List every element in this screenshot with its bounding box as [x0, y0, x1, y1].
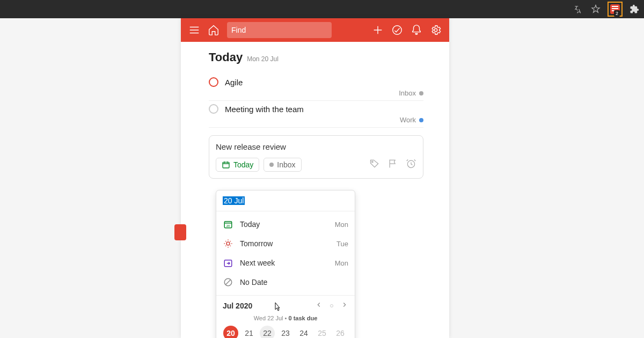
search-input[interactable]: Find	[227, 22, 332, 38]
calendar-next-icon[interactable]	[341, 301, 348, 311]
add-task-button[interactable]	[174, 224, 186, 240]
schedule-chip-label: Today	[233, 160, 253, 169]
task-row[interactable]: Agile Inbox	[209, 74, 423, 101]
calendar-hover-info: Wed 22 Jul • 0 task due	[216, 313, 355, 326]
reminder-icon[interactable]	[406, 158, 416, 171]
label-icon[interactable]	[369, 158, 380, 171]
translate-icon[interactable]	[573, 4, 584, 14]
settings-icon[interactable]	[430, 24, 442, 36]
calendar-day[interactable]: 23	[278, 326, 293, 338]
task-checkbox[interactable]	[209, 77, 218, 87]
extensions-icon[interactable]	[629, 4, 640, 14]
quick-date-day: Mon	[335, 259, 348, 267]
quick-date-day: Mon	[335, 221, 348, 229]
calendar-day[interactable]: 26	[333, 326, 348, 338]
svg-point-0	[393, 26, 402, 35]
quick-date-tomorrow[interactable]: Tomorrow Tue	[216, 234, 355, 253]
project-chip[interactable]: Inbox	[264, 158, 301, 172]
page-subtitle: Mon 20 Jul	[247, 55, 279, 63]
calendar-day[interactable]: 20	[223, 326, 238, 338]
no-date-icon	[223, 277, 233, 288]
todoist-extension-button[interactable]: 2	[608, 2, 623, 17]
browser-toolbar: 2	[0, 0, 644, 18]
project-dot-icon	[269, 163, 274, 167]
todoist-panel: Find Today Mon 20 Jul Agile Inbox	[181, 18, 449, 338]
search-placeholder: Find	[231, 26, 246, 34]
date-scheduler-popup: 20 Jul 20 Today Mon Tomorrow Tue Next we…	[216, 190, 355, 338]
calendar-month-label: Jul 2020	[223, 302, 252, 310]
quick-date-next-week[interactable]: Next week Mon	[216, 253, 355, 273]
task-project-label: Inbox	[399, 89, 416, 97]
quick-date-label: Next week	[240, 259, 328, 267]
arrow-right-box-icon	[223, 258, 233, 268]
calendar-day[interactable]: 21	[241, 326, 257, 338]
task-title: Meeting with the team	[225, 105, 304, 114]
calendar-prev-icon[interactable]	[315, 301, 323, 311]
flag-icon[interactable]	[387, 158, 398, 171]
date-input-value: 20 Jul	[223, 196, 245, 205]
svg-point-6	[226, 242, 230, 245]
task-title: Agile	[225, 78, 243, 87]
page-title-row: Today Mon 20 Jul	[209, 50, 423, 64]
quick-date-label: Today	[240, 220, 328, 229]
sun-icon	[223, 238, 233, 249]
calendar-day[interactable]: 22	[260, 326, 275, 338]
bookmark-star-icon[interactable]	[590, 4, 601, 14]
task-input[interactable]: New release review	[216, 142, 416, 151]
project-dot-icon	[419, 91, 423, 95]
notifications-icon[interactable]	[411, 24, 422, 36]
quick-date-no-date[interactable]: No Date	[216, 273, 355, 292]
svg-point-2	[372, 161, 374, 163]
extension-badge: 2	[614, 10, 620, 17]
calendar-day[interactable]: 25	[314, 326, 330, 338]
calendar-grid: 20 21 22 23 24 25 26 27 28 29 30 31	[216, 326, 355, 338]
calendar-header: Jul 2020	[216, 296, 355, 313]
svg-rect-1	[223, 162, 229, 168]
quick-date-label: No Date	[240, 278, 342, 286]
quick-date-today[interactable]: 20 Today Mon	[216, 215, 355, 234]
page-title: Today	[209, 50, 243, 64]
task-project-label: Work	[400, 116, 416, 124]
calendar-day[interactable]: 24	[296, 326, 311, 338]
project-dot-icon	[419, 118, 423, 122]
productivity-icon[interactable]	[391, 24, 403, 36]
add-task-icon[interactable]	[372, 24, 384, 36]
schedule-chip[interactable]: Today	[216, 158, 259, 172]
svg-text:20: 20	[226, 224, 230, 227]
calendar-today-icon: 20	[223, 219, 233, 230]
task-row[interactable]: Meeting with the team Work	[209, 101, 423, 128]
date-input-field[interactable]: 20 Jul	[216, 190, 355, 211]
task-checkbox[interactable]	[209, 104, 218, 114]
task-editor: New release review Today Inbox	[209, 135, 423, 179]
home-icon[interactable]	[208, 24, 219, 36]
calendar-today-dot[interactable]	[330, 304, 333, 307]
menu-icon[interactable]	[188, 24, 200, 36]
quick-date-label: Tomorrow	[240, 239, 330, 248]
project-chip-label: Inbox	[277, 160, 295, 169]
quick-date-day: Tue	[336, 240, 348, 248]
app-header: Find	[181, 18, 449, 42]
